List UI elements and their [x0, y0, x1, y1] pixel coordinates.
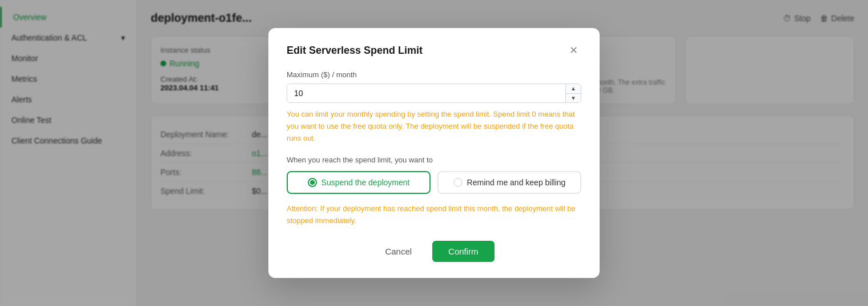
- cancel-button[interactable]: Cancel: [373, 241, 423, 262]
- spinners: ▲ ▼: [565, 84, 581, 102]
- radio-section-label: When you reach the spend limit, you want…: [287, 156, 581, 164]
- spinner-down-button[interactable]: ▼: [566, 93, 581, 103]
- option-remind[interactable]: Remind me and keep billing: [437, 171, 581, 194]
- modal-header: Edit Serverless Spend Limit ✕: [287, 44, 581, 57]
- modal: Edit Serverless Spend Limit ✕ Maximum ($…: [268, 28, 600, 278]
- radio-dot-remind: [453, 178, 463, 187]
- field-label: Maximum ($) / month: [287, 70, 581, 79]
- spend-limit-input-wrapper: ▲ ▼: [287, 84, 581, 103]
- modal-footer: Cancel Confirm: [287, 241, 581, 262]
- modal-overlay: Edit Serverless Spend Limit ✕ Maximum ($…: [0, 0, 868, 306]
- confirm-button[interactable]: Confirm: [432, 241, 495, 262]
- modal-close-button[interactable]: ✕: [566, 44, 581, 57]
- attention-text: Attention: If your deployment has reache…: [287, 203, 581, 227]
- option-suspend[interactable]: Suspend the deployment: [287, 171, 431, 194]
- spend-limit-input[interactable]: [287, 84, 565, 102]
- radio-dot-suspend: [308, 178, 317, 187]
- modal-title: Edit Serverless Spend Limit: [287, 45, 423, 57]
- spinner-up-button[interactable]: ▲: [566, 84, 581, 93]
- warning-text: You can limit your monthly spending by s…: [287, 109, 581, 144]
- radio-options: Suspend the deployment Remind me and kee…: [287, 171, 581, 194]
